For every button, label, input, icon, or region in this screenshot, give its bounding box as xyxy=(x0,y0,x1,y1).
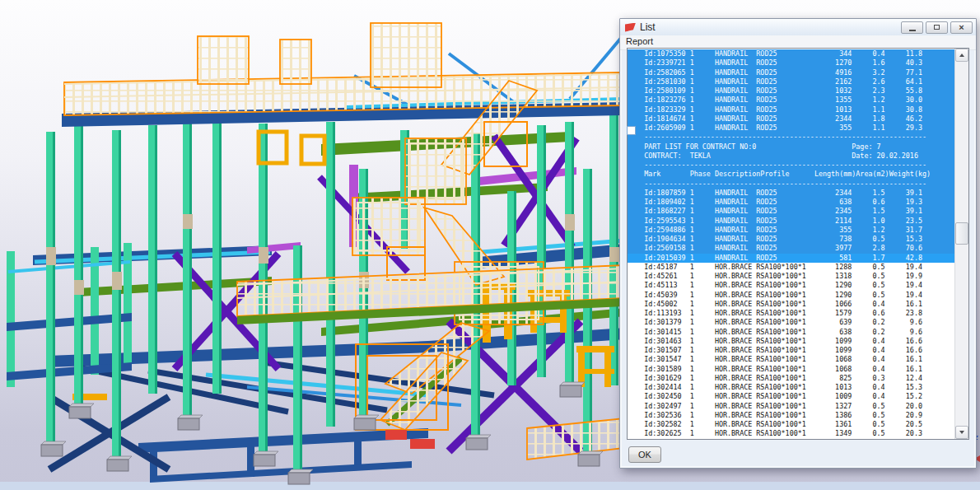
report-listbox[interactable]: Id:1075350 1 HANDRAIL ROD25 344 0.4 11.8… xyxy=(627,48,969,440)
report-line[interactable]: Id:1075350 1 HANDRAIL ROD25 344 0.4 11.8 xyxy=(628,49,954,58)
report-line[interactable]: Id:301589 1 HOR.BRACE RSA100*100*1 1068 … xyxy=(628,365,954,374)
screen: { "window": { "title": "List", "menu_ite… xyxy=(0,0,980,490)
vertical-scrollbar[interactable] xyxy=(954,49,968,439)
report-body[interactable]: Id:1075350 1 HANDRAIL ROD25 344 0.4 11.8… xyxy=(628,49,954,439)
report-line[interactable]: Id:1807859 1 HANDRAIL ROD25 2344 1.5 39.… xyxy=(628,189,954,198)
list-window: List × Report Id:1075350 1 HANDRAIL ROD2… xyxy=(619,18,977,469)
report-line[interactable]: Id:2015039 1 HANDRAIL ROD25 581 1.7 42.8 xyxy=(628,254,954,263)
report-line[interactable]: Id:45261 1 HOR.BRACE RSA100*100*1 1318 0… xyxy=(628,272,954,281)
scroll-down-button[interactable] xyxy=(955,426,968,439)
report-line[interactable]: Id:45039 1 HOR.BRACE RSA100*100*1 1290 0… xyxy=(628,291,954,300)
report-line[interactable]: Id:2580109 1 HANDRAIL ROD25 1032 2.3 55.… xyxy=(628,86,954,96)
report-line[interactable]: Id:1823276 1 HANDRAIL ROD25 1355 1.2 30.… xyxy=(628,96,954,105)
report-line[interactable]: Id:1904634 1 HANDRAIL ROD25 738 0.5 15.3 xyxy=(628,235,954,244)
report-line[interactable]: Id:301547 1 HOR.BRACE RSA100*100*1 1068 … xyxy=(628,355,954,364)
report-line[interactable]: Id:302450 1 HOR.BRACE RSA100*100*1 1009 … xyxy=(628,392,954,401)
report-line[interactable]: Id:302582 1 HOR.BRACE RSA100*100*1 1361 … xyxy=(628,420,954,429)
report-line[interactable]: Id:301415 1 HOR.BRACE RSA100*100*1 638 0… xyxy=(628,328,954,337)
app-icon xyxy=(625,23,636,32)
report-line[interactable]: ----------------------------------------… xyxy=(628,133,954,142)
maximize-icon xyxy=(934,25,940,30)
report-line[interactable]: Id:2595543 1 HANDRAIL ROD25 2114 1.0 23.… xyxy=(628,217,954,226)
report-line[interactable]: Mark Phase DescriptionProfile Length(mm)… xyxy=(628,170,954,179)
report-line[interactable]: Id:2594886 1 HANDRAIL ROD25 355 1.2 31.7 xyxy=(628,226,954,235)
report-line[interactable]: Id:45113 1 HOR.BRACE RSA100*100*1 1290 0… xyxy=(628,281,954,290)
report-line[interactable]: Id:302536 1 HOR.BRACE RSA100*100*1 1386 … xyxy=(628,411,954,420)
caret-marker xyxy=(627,126,636,135)
report-line[interactable]: CONTRACT: TEKLA Date: 20.02.2016 xyxy=(628,152,954,161)
report-line[interactable]: Id:2339721 1 HANDRAIL ROD25 1270 1.6 40.… xyxy=(628,58,954,68)
report-line[interactable]: PART LIST FOR CONTRACT NO:0 Page: 7 xyxy=(628,142,954,152)
scroll-down-icon xyxy=(959,431,964,434)
scroll-up-icon xyxy=(959,54,964,57)
close-icon: × xyxy=(959,23,964,32)
maximize-button[interactable] xyxy=(926,21,948,34)
report-line[interactable]: Id:1814674 1 HANDRAIL ROD25 2344 1.8 46.… xyxy=(628,114,954,124)
report-line[interactable]: Id:45187 1 HOR.BRACE RSA100*100*1 1288 0… xyxy=(628,263,954,272)
title-bar[interactable]: List × xyxy=(620,19,976,35)
report-line[interactable]: Id:302414 1 HOR.BRACE RSA100*100*1 1013 … xyxy=(628,383,954,392)
close-button[interactable]: × xyxy=(950,21,973,34)
report-line[interactable]: Id:301463 1 HOR.BRACE RSA100*100*1 1099 … xyxy=(628,337,954,346)
scroll-up-button[interactable] xyxy=(955,49,968,62)
report-line[interactable]: Id:1809402 1 HANDRAIL ROD25 638 0.6 19.3 xyxy=(628,198,954,207)
report-line[interactable]: Id:301379 1 HOR.BRACE RSA100*100*1 639 0… xyxy=(628,318,954,327)
report-line[interactable]: Id:113193 1 HOR.BRACE RSA100*100*1 1579 … xyxy=(628,309,954,318)
report-line[interactable]: Id:2581030 1 HANDRAIL ROD25 2162 2.6 64.… xyxy=(628,77,954,86)
report-line[interactable]: Id:302497 1 HOR.BRACE RSA100*100*1 1327 … xyxy=(628,402,954,411)
report-line[interactable]: Id:2605909 1 HANDRAIL ROD25 355 1.1 29.3 xyxy=(628,124,954,133)
minimize-icon xyxy=(909,30,916,31)
report-line[interactable]: Id:301507 1 HOR.BRACE RSA100*100*1 1099 … xyxy=(628,346,954,355)
report-line[interactable]: Id:2582065 1 HANDRAIL ROD25 4916 3.2 77.… xyxy=(628,68,954,77)
report-line[interactable]: Id:1823329 1 HANDRAIL ROD25 1013 1.1 30.… xyxy=(628,105,954,114)
report-line[interactable]: ----------------------------------------… xyxy=(628,180,954,189)
report-line[interactable]: Id:301629 1 HOR.BRACE RSA100*100*1 825 0… xyxy=(628,374,954,383)
report-line[interactable]: Id:302625 1 HOR.BRACE RSA100*100*1 1349 … xyxy=(628,429,954,438)
report-line[interactable]: Id:2569158 1 HANDRAIL ROD25 3977 2.8 70.… xyxy=(628,244,954,253)
minimize-button[interactable] xyxy=(901,21,923,34)
report-line[interactable]: ----------------------------------------… xyxy=(628,161,954,170)
report-line[interactable]: Id:45002 1 HOR.BRACE RSA100*100*1 1066 0… xyxy=(628,300,954,309)
scrollbar-thumb[interactable] xyxy=(955,222,968,245)
menu-item-report[interactable]: Report xyxy=(626,36,653,46)
ok-button[interactable]: OK xyxy=(628,446,661,463)
top-walkway xyxy=(62,72,622,127)
window-title: List xyxy=(640,19,898,35)
report-line[interactable]: Id:1868227 1 HANDRAIL ROD25 2345 1.5 39.… xyxy=(628,207,954,216)
